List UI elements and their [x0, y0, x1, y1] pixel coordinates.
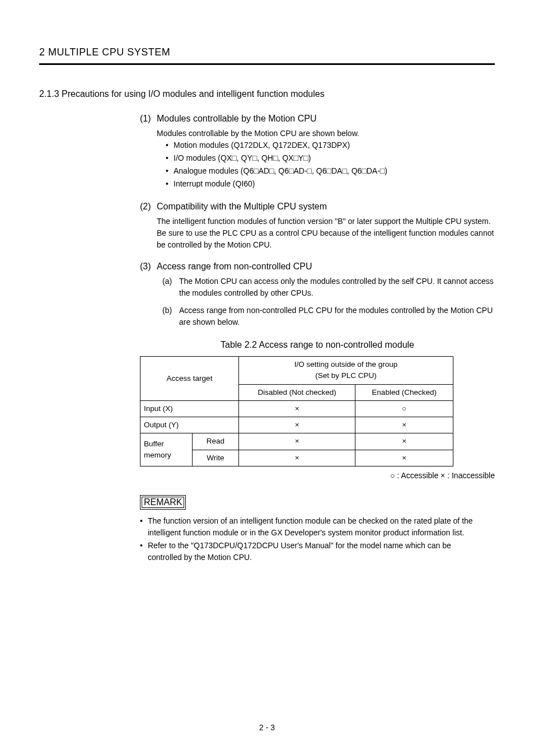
section-title: 2.1.3 Precautions for using I/O modules … [39, 87, 495, 101]
table-caption: Table 2.2 Access range to non-controlled… [140, 338, 495, 352]
bullet-dot-icon: • [140, 540, 148, 563]
bullet-dot-icon: • [140, 515, 148, 539]
table-row: Access target I/O setting outside of the… [140, 357, 453, 385]
td-enabled: × [355, 450, 453, 466]
bullet-dot-icon: • [166, 152, 174, 164]
td-disabled: × [239, 433, 355, 450]
item-body: Access range from non-controlled CPU (a)… [157, 260, 495, 328]
td-sublabel: Read [193, 433, 239, 450]
td-disabled: × [239, 400, 355, 417]
td-disabled: × [239, 417, 355, 433]
content-block: (1) Modules controllable by the Motion C… [140, 112, 495, 482]
item-heading: Modules controllable by the Motion CPU [157, 112, 495, 125]
header-rule [39, 63, 495, 65]
item-2: (2) Compatibility with the Multiple CPU … [140, 200, 495, 251]
access-table: Access target I/O setting outside of the… [140, 356, 453, 466]
th-group-sub: (Set by PLC CPU) [242, 370, 449, 381]
table-row: Output (Y) × × [140, 417, 453, 433]
item-heading: Compatibility with the Multiple CPU syst… [157, 200, 495, 213]
td-sublabel: Write [193, 450, 239, 466]
table-legend-wrap: ○ : Accessible × : Inaccessible [140, 470, 495, 482]
item-1: (1) Modules controllable by the Motion C… [140, 112, 495, 191]
bullet-text: I/O modules (QX□, QY□, QH□, QX□Y□) [174, 152, 311, 164]
th-group: I/O setting outside of the group (Set by… [239, 357, 453, 385]
table-legend: ○ : Accessible × : Inaccessible [140, 470, 495, 482]
table-row: Buffer memory Read × × [140, 433, 453, 450]
bullet-dot-icon: • [166, 139, 174, 151]
bullet-item: • Refer to the "Q173DCPU/Q172DCPU User's… [140, 540, 476, 563]
remark-title: REMARK [144, 497, 182, 507]
remark-box: REMARK [140, 495, 186, 510]
bullet-text: Motion modules (Q172DLX, Q172DEX, Q173DP… [174, 139, 350, 151]
item-number: (2) [140, 200, 157, 251]
td-label: Input (X) [140, 400, 239, 417]
item-body: Compatibility with the Multiple CPU syst… [157, 200, 495, 251]
bullet-text: Interrupt module (QI60) [174, 178, 255, 190]
item-number: (1) [140, 112, 157, 191]
item-body: Modules controllable by the Motion CPU M… [157, 112, 495, 191]
item-heading: Access range from non-controlled CPU [157, 260, 495, 273]
th-disabled: Disabled (Not checked) [239, 384, 355, 400]
bullet-item: • Motion modules (Q172DLX, Q172DEX, Q173… [166, 139, 495, 151]
table-row: Input (X) × ○ [140, 400, 453, 417]
item-desc: Modules controllable by the Motion CPU a… [157, 128, 495, 139]
item-3: (3) Access range from non-controlled CPU… [140, 260, 495, 328]
sub-text: The Motion CPU can access only the modul… [179, 276, 495, 299]
sub-item-b: (b) Access range from non-controlled PLC… [162, 305, 495, 328]
td-label-group: Buffer memory [140, 433, 193, 466]
td-label: Output (Y) [140, 417, 239, 433]
bullet-text: Refer to the "Q173DCPU/Q172DCPU User's M… [148, 540, 476, 563]
td-disabled: × [239, 450, 355, 466]
td-enabled: × [355, 417, 453, 433]
sub-label: (b) [162, 305, 179, 328]
bullet-dot-icon: • [166, 165, 174, 177]
chapter-header: 2 MULTIPLE CPU SYSTEM [39, 45, 495, 60]
td-enabled: ○ [355, 400, 453, 417]
td-enabled: × [355, 433, 453, 450]
page-footer: 2 - 3 [0, 722, 534, 734]
bullet-text: The function version of an intelligent f… [148, 515, 476, 539]
bullet-dot-icon: • [166, 178, 174, 190]
th-enabled: Enabled (Checked) [355, 384, 453, 400]
th-group-top: I/O setting outside of the group [242, 359, 449, 370]
bullet-item: • The function version of an intelligent… [140, 515, 476, 539]
bullet-text: Analogue modules (Q6□AD□, Q6□AD-□, Q6□DA… [174, 165, 387, 177]
page: 2 MULTIPLE CPU SYSTEM 2.1.3 Precautions … [0, 0, 534, 756]
bullet-item: • Analogue modules (Q6□AD□, Q6□AD-□, Q6□… [166, 165, 495, 177]
th-access-target: Access target [140, 357, 239, 401]
sub-text: Access range from non-controlled PLC CPU… [179, 305, 495, 328]
sub-label: (a) [162, 276, 179, 299]
bullet-item: • I/O modules (QX□, QY□, QH□, QX□Y□) [166, 152, 495, 164]
item-number: (3) [140, 260, 157, 328]
sub-item-a: (a) The Motion CPU can access only the m… [162, 276, 495, 299]
bullet-list: • Motion modules (Q172DLX, Q172DEX, Q173… [166, 139, 495, 190]
bullet-item: • Interrupt module (QI60) [166, 178, 495, 190]
remark-section: REMARK • The function version of an inte… [140, 482, 476, 563]
item-desc: The intelligent function modules of func… [157, 216, 495, 251]
